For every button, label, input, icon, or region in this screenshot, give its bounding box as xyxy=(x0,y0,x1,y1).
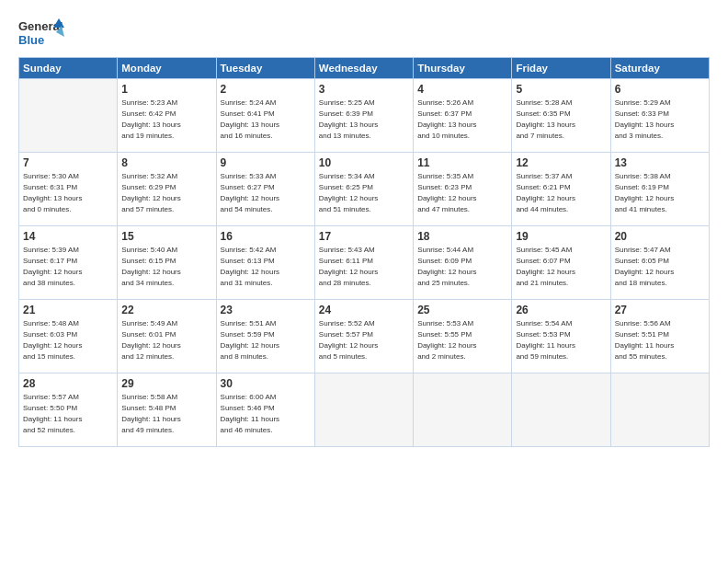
calendar-cell xyxy=(610,373,709,447)
calendar-week-3: 14Sunrise: 5:39 AM Sunset: 6:17 PM Dayli… xyxy=(19,226,710,300)
day-number: 21 xyxy=(23,304,113,316)
day-info: Sunrise: 5:37 AM Sunset: 6:21 PM Dayligh… xyxy=(516,171,606,215)
logo-svg: General Blue xyxy=(18,17,64,48)
day-number: 12 xyxy=(516,156,606,169)
day-info: Sunrise: 5:32 AM Sunset: 6:29 PM Dayligh… xyxy=(121,171,211,215)
calendar-cell xyxy=(512,373,610,447)
calendar-cell: 6Sunrise: 5:29 AM Sunset: 6:33 PM Daylig… xyxy=(610,79,709,153)
day-number: 28 xyxy=(23,377,113,390)
day-number: 27 xyxy=(615,304,705,316)
day-info: Sunrise: 5:39 AM Sunset: 6:17 PM Dayligh… xyxy=(23,245,113,289)
day-number: 10 xyxy=(319,156,409,169)
calendar-cell: 3Sunrise: 5:25 AM Sunset: 6:39 PM Daylig… xyxy=(314,79,413,153)
day-number: 6 xyxy=(615,83,705,96)
calendar-week-5: 28Sunrise: 5:57 AM Sunset: 5:50 PM Dayli… xyxy=(19,373,710,447)
day-number: 11 xyxy=(417,156,507,169)
day-info: Sunrise: 6:00 AM Sunset: 5:46 PM Dayligh… xyxy=(221,392,311,436)
calendar-cell: 11Sunrise: 5:35 AM Sunset: 6:23 PM Dayli… xyxy=(414,153,512,226)
day-info: Sunrise: 5:54 AM Sunset: 5:53 PM Dayligh… xyxy=(516,318,606,362)
calendar-cell: 26Sunrise: 5:54 AM Sunset: 5:53 PM Dayli… xyxy=(512,300,610,373)
calendar-cell: 17Sunrise: 5:43 AM Sunset: 6:11 PM Dayli… xyxy=(314,226,413,300)
day-info: Sunrise: 5:53 AM Sunset: 5:55 PM Dayligh… xyxy=(417,318,507,362)
weekday-header-tuesday: Tuesday xyxy=(216,58,314,79)
weekday-header-sunday: Sunday xyxy=(19,58,118,79)
day-number: 24 xyxy=(319,304,409,316)
calendar-cell: 24Sunrise: 5:52 AM Sunset: 5:57 PM Dayli… xyxy=(314,300,413,373)
day-info: Sunrise: 5:29 AM Sunset: 6:33 PM Dayligh… xyxy=(615,98,705,142)
day-number: 16 xyxy=(221,230,311,243)
day-number: 4 xyxy=(417,83,507,96)
calendar-cell: 7Sunrise: 5:30 AM Sunset: 6:31 PM Daylig… xyxy=(19,153,118,226)
calendar-table: SundayMondayTuesdayWednesdayThursdayFrid… xyxy=(18,57,710,447)
calendar-cell: 25Sunrise: 5:53 AM Sunset: 5:55 PM Dayli… xyxy=(414,300,512,373)
day-info: Sunrise: 5:52 AM Sunset: 5:57 PM Dayligh… xyxy=(319,318,409,362)
day-number: 7 xyxy=(23,156,113,169)
calendar-cell: 13Sunrise: 5:38 AM Sunset: 6:19 PM Dayli… xyxy=(610,153,709,226)
calendar-cell: 9Sunrise: 5:33 AM Sunset: 6:27 PM Daylig… xyxy=(216,153,314,226)
day-number: 9 xyxy=(221,156,311,169)
day-number: 3 xyxy=(319,83,409,96)
day-info: Sunrise: 5:23 AM Sunset: 6:42 PM Dayligh… xyxy=(121,98,211,142)
day-info: Sunrise: 5:35 AM Sunset: 6:23 PM Dayligh… xyxy=(417,171,507,215)
calendar-cell: 27Sunrise: 5:56 AM Sunset: 5:51 PM Dayli… xyxy=(610,300,709,373)
calendar-cell: 10Sunrise: 5:34 AM Sunset: 6:25 PM Dayli… xyxy=(314,153,413,226)
weekday-header-thursday: Thursday xyxy=(414,58,512,79)
day-info: Sunrise: 5:30 AM Sunset: 6:31 PM Dayligh… xyxy=(23,171,113,215)
calendar-cell: 1Sunrise: 5:23 AM Sunset: 6:42 PM Daylig… xyxy=(118,79,216,153)
day-info: Sunrise: 5:33 AM Sunset: 6:27 PM Dayligh… xyxy=(221,171,311,215)
day-info: Sunrise: 5:44 AM Sunset: 6:09 PM Dayligh… xyxy=(417,245,507,289)
day-number: 29 xyxy=(121,377,211,390)
calendar-cell: 5Sunrise: 5:28 AM Sunset: 6:35 PM Daylig… xyxy=(512,79,610,153)
calendar-cell xyxy=(19,79,118,153)
calendar-cell: 19Sunrise: 5:45 AM Sunset: 6:07 PM Dayli… xyxy=(512,226,610,300)
day-info: Sunrise: 5:43 AM Sunset: 6:11 PM Dayligh… xyxy=(319,245,409,289)
calendar-week-1: 1Sunrise: 5:23 AM Sunset: 6:42 PM Daylig… xyxy=(19,79,710,153)
day-number: 19 xyxy=(516,230,606,243)
calendar-cell: 15Sunrise: 5:40 AM Sunset: 6:15 PM Dayli… xyxy=(118,226,216,300)
calendar-cell: 16Sunrise: 5:42 AM Sunset: 6:13 PM Dayli… xyxy=(216,226,314,300)
day-number: 5 xyxy=(516,83,606,96)
day-number: 17 xyxy=(319,230,409,243)
day-number: 15 xyxy=(121,230,211,243)
day-number: 14 xyxy=(23,230,113,243)
day-number: 13 xyxy=(615,156,705,169)
day-number: 20 xyxy=(615,230,705,243)
day-number: 2 xyxy=(221,83,311,96)
calendar-cell: 23Sunrise: 5:51 AM Sunset: 5:59 PM Dayli… xyxy=(216,300,314,373)
calendar-cell: 18Sunrise: 5:44 AM Sunset: 6:09 PM Dayli… xyxy=(414,226,512,300)
calendar-cell: 28Sunrise: 5:57 AM Sunset: 5:50 PM Dayli… xyxy=(19,373,118,447)
logo: General Blue xyxy=(18,17,64,48)
day-info: Sunrise: 5:38 AM Sunset: 6:19 PM Dayligh… xyxy=(615,171,705,215)
day-info: Sunrise: 5:57 AM Sunset: 5:50 PM Dayligh… xyxy=(23,392,113,436)
weekday-header-friday: Friday xyxy=(512,58,610,79)
day-info: Sunrise: 5:45 AM Sunset: 6:07 PM Dayligh… xyxy=(516,245,606,289)
calendar-cell: 30Sunrise: 6:00 AM Sunset: 5:46 PM Dayli… xyxy=(216,373,314,447)
day-info: Sunrise: 5:24 AM Sunset: 6:41 PM Dayligh… xyxy=(221,98,311,142)
calendar-body: 1Sunrise: 5:23 AM Sunset: 6:42 PM Daylig… xyxy=(19,79,710,447)
calendar-cell: 22Sunrise: 5:49 AM Sunset: 6:01 PM Dayli… xyxy=(118,300,216,373)
day-info: Sunrise: 5:49 AM Sunset: 6:01 PM Dayligh… xyxy=(121,318,211,362)
day-number: 30 xyxy=(221,377,311,390)
day-number: 25 xyxy=(417,304,507,316)
day-info: Sunrise: 5:40 AM Sunset: 6:15 PM Dayligh… xyxy=(121,245,211,289)
calendar-week-4: 21Sunrise: 5:48 AM Sunset: 6:03 PM Dayli… xyxy=(19,300,710,373)
calendar-cell: 4Sunrise: 5:26 AM Sunset: 6:37 PM Daylig… xyxy=(414,79,512,153)
day-number: 18 xyxy=(417,230,507,243)
calendar-cell: 12Sunrise: 5:37 AM Sunset: 6:21 PM Dayli… xyxy=(512,153,610,226)
calendar-cell: 20Sunrise: 5:47 AM Sunset: 6:05 PM Dayli… xyxy=(610,226,709,300)
calendar-cell: 8Sunrise: 5:32 AM Sunset: 6:29 PM Daylig… xyxy=(118,153,216,226)
day-info: Sunrise: 5:42 AM Sunset: 6:13 PM Dayligh… xyxy=(221,245,311,289)
calendar-cell: 14Sunrise: 5:39 AM Sunset: 6:17 PM Dayli… xyxy=(19,226,118,300)
svg-text:Blue: Blue xyxy=(18,33,44,47)
calendar-cell xyxy=(414,373,512,447)
day-info: Sunrise: 5:47 AM Sunset: 6:05 PM Dayligh… xyxy=(615,245,705,289)
day-info: Sunrise: 5:28 AM Sunset: 6:35 PM Dayligh… xyxy=(516,98,606,142)
day-info: Sunrise: 5:26 AM Sunset: 6:37 PM Dayligh… xyxy=(417,98,507,142)
weekday-header-saturday: Saturday xyxy=(610,58,709,79)
day-info: Sunrise: 5:56 AM Sunset: 5:51 PM Dayligh… xyxy=(615,318,705,362)
calendar-cell: 29Sunrise: 5:58 AM Sunset: 5:48 PM Dayli… xyxy=(118,373,216,447)
day-number: 26 xyxy=(516,304,606,316)
day-number: 1 xyxy=(121,83,211,96)
calendar-cell: 2Sunrise: 5:24 AM Sunset: 6:41 PM Daylig… xyxy=(216,79,314,153)
calendar-week-2: 7Sunrise: 5:30 AM Sunset: 6:31 PM Daylig… xyxy=(19,153,710,226)
